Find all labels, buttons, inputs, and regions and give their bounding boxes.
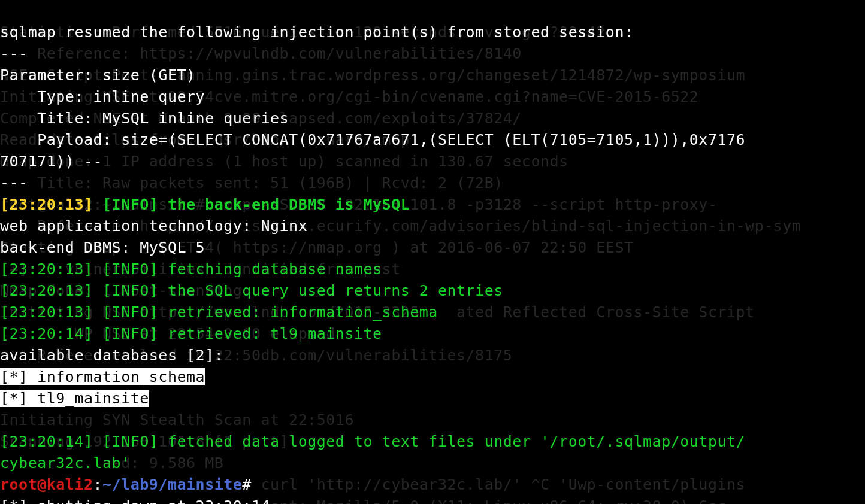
timestamp: [23:20:13]: [0, 303, 93, 321]
log-message: the back-end DBMS is MySQL: [168, 196, 410, 213]
timestamp: [23:20:14]: [0, 325, 93, 342]
out-line: Title: MySQL inline queries: [0, 110, 289, 127]
info-tag: [INFO]: [93, 196, 168, 213]
prompt-sep: :: [93, 476, 103, 493]
log-message: retrieved: information_schema: [168, 303, 438, 321]
out-line: [*] shutting down at 23:20:14: [0, 497, 270, 504]
out-line: available databases [2]:: [0, 347, 223, 364]
info-tag: [INFO]: [93, 325, 168, 342]
out-line: web application technology: Nginx: [0, 217, 307, 235]
info-tag: [INFO]: [93, 282, 168, 299]
out-line: 707171)) --: [0, 153, 102, 170]
out-line: Payload: size=(SELECT CONCAT(0x71767a767…: [0, 131, 745, 148]
prompt-path: ~/lab9/mainsite: [102, 476, 242, 493]
log-message: the SQL query used returns 2 entries: [168, 282, 503, 299]
db-result-1: [*] information_schema: [0, 368, 205, 385]
db-result-2: [*] tl9_mainsite: [0, 390, 149, 407]
log-line-fetched-data: [23:20:14] [INFO] fetched data logged to…: [0, 433, 745, 450]
timestamp: [23:20:13]: [0, 196, 93, 213]
info-tag: [INFO]: [93, 303, 168, 321]
timestamp: [23:20:13]: [0, 282, 93, 299]
out-line: back-end DBMS: MySQL 5: [0, 239, 205, 256]
timestamp: [23:20:14]: [0, 433, 93, 450]
terminal-output: sqlmap resumed the following injection p…: [0, 0, 865, 504]
shell-prompt[interactable]: root@kali2:~/lab9/mainsite#: [0, 476, 252, 493]
info-tag: [INFO]: [93, 433, 168, 450]
out-line: cybear32c.lab': [0, 454, 131, 472]
out-line: Type: inline query: [0, 88, 205, 105]
log-line-fetching: [23:20:13] [INFO] fetching database name…: [0, 260, 382, 278]
log-message: retrieved: tl9_mainsite: [168, 325, 382, 342]
out-line: sqlmap resumed the following injection p…: [0, 23, 634, 41]
log-line-retrieved-1: [23:20:13] [INFO] retrieved: information…: [0, 303, 438, 321]
log-message: fetched data logged to text files under …: [168, 433, 745, 450]
out-line: ---: [0, 174, 28, 192]
out-line: Parameter: size (GET): [0, 66, 196, 84]
timestamp: [23:20:13]: [0, 260, 93, 278]
log-line-entries: [23:20:13] [INFO] the SQL query used ret…: [0, 282, 503, 299]
log-message: fetching database names: [168, 260, 382, 278]
prompt-user: root@kali2: [0, 476, 93, 493]
log-line-retrieved-2: [23:20:14] [INFO] retrieved: tl9_mainsit…: [0, 325, 382, 342]
info-tag: [INFO]: [93, 260, 168, 278]
out-line: ---: [0, 45, 28, 62]
prompt-end: #: [242, 476, 252, 493]
log-line-dbms: [23:20:13] [INFO] the back-end DBMS is M…: [0, 196, 410, 213]
